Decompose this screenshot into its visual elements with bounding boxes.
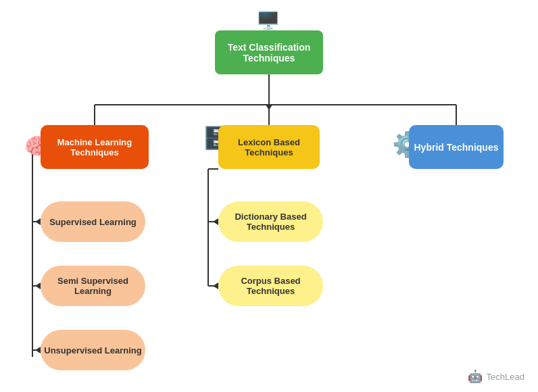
svg-marker-11 <box>35 283 41 289</box>
lexicon-label: Lexicon Based Techniques <box>218 137 320 157</box>
watermark-icon: 🤖 <box>468 369 483 384</box>
semi-label: Semi Supervised Learning <box>41 276 145 296</box>
ml-label: Machine Learning Techniques <box>41 137 149 157</box>
unsupervised-label: Unsupervised Learning <box>44 345 141 356</box>
node-lexicon: Lexicon Based Techniques <box>218 125 320 169</box>
corpus-label: Corpus Based Techniques <box>218 276 323 296</box>
dictionary-label: Dictionary Based Techniques <box>218 212 323 232</box>
node-ml: Machine Learning Techniques <box>41 125 149 169</box>
svg-marker-12 <box>35 347 41 353</box>
node-root: Text Classification Techniques <box>215 30 323 74</box>
hybrid-label: Hybrid Techniques <box>414 142 499 153</box>
diagram-container: 🖥️ Text Classification Techniques 🧠 Mach… <box>0 0 538 392</box>
node-supervised: Supervised Learning <box>41 201 145 242</box>
svg-marker-10 <box>35 218 41 225</box>
node-corpus: Corpus Based Techniques <box>218 266 323 306</box>
supervised-label: Supervised Learning <box>49 217 137 227</box>
node-unsupervised: Unsupervised Learning <box>41 330 145 370</box>
svg-marker-19 <box>266 105 272 110</box>
node-hybrid: Hybrid Techniques <box>409 125 504 169</box>
root-label: Text Classification Techniques <box>215 42 323 64</box>
watermark-text: TechLead <box>487 372 524 382</box>
svg-marker-18 <box>213 283 218 289</box>
svg-marker-17 <box>213 218 218 225</box>
node-semi: Semi Supervised Learning <box>41 266 145 306</box>
watermark: 🤖 TechLead <box>468 369 524 384</box>
node-dictionary: Dictionary Based Techniques <box>218 201 323 242</box>
